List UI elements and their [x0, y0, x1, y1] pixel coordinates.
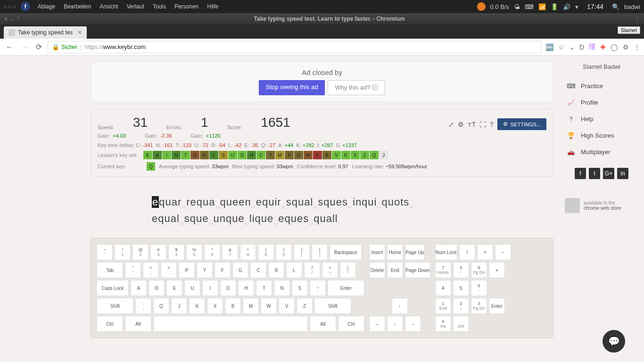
- key[interactable]: {[: [294, 244, 310, 260]
- key[interactable]: J: [171, 298, 187, 314]
- window-menu-icon[interactable]: ⋮: [635, 16, 640, 22]
- ext-circle-icon[interactable]: ◯: [611, 43, 618, 51]
- sidebar-item-high-scores[interactable]: 🏆High Scores: [565, 127, 638, 144]
- key[interactable]: Insert: [369, 244, 385, 260]
- key[interactable]: →: [405, 316, 421, 332]
- key[interactable]: 3Pg Dn: [471, 298, 487, 314]
- key[interactable]: Home: [387, 244, 403, 260]
- menu-tools[interactable]: Tools: [153, 3, 166, 10]
- help-icon[interactable]: ?: [490, 121, 494, 128]
- key[interactable]: −: [495, 244, 511, 260]
- key[interactable]: I: [202, 280, 218, 296]
- key[interactable]: 9Pg Dn: [471, 262, 487, 278]
- key[interactable]: [153, 316, 308, 332]
- key[interactable]: U: [184, 280, 200, 296]
- forward-button[interactable]: →: [19, 41, 30, 53]
- key[interactable]: W: [261, 298, 277, 314]
- key[interactable]: Q: [153, 298, 169, 314]
- menu-personen[interactable]: Personen: [174, 3, 198, 10]
- key[interactable]: "': [125, 262, 141, 278]
- key[interactable]: K: [189, 298, 205, 314]
- key[interactable]: H: [238, 280, 254, 296]
- reload-button[interactable]: ⟳: [34, 41, 44, 53]
- sidebar-item-practice[interactable]: ⌨Practice: [565, 78, 638, 94]
- key[interactable]: ^6: [204, 244, 220, 260]
- key[interactable]: C: [250, 262, 266, 278]
- key[interactable]: $4: [168, 244, 184, 260]
- menu-verlauf[interactable]: Verlauf: [127, 3, 144, 10]
- key[interactable]: Num Lock: [435, 244, 457, 260]
- key[interactable]: Ctrl: [97, 316, 123, 332]
- browser-menu-icon[interactable]: ⋮: [634, 43, 640, 51]
- ext-d-icon[interactable]: D: [579, 43, 584, 51]
- key[interactable]: T: [256, 280, 272, 296]
- key[interactable]: Page Down: [405, 262, 430, 278]
- facebook-icon[interactable]: f: [575, 168, 586, 179]
- key[interactable]: @2: [132, 244, 149, 260]
- key[interactable]: ↓: [387, 316, 403, 332]
- key[interactable]: }]: [312, 244, 328, 260]
- wifi-icon[interactable]: 📶: [538, 3, 546, 10]
- chat-button[interactable]: 💬: [603, 330, 625, 353]
- key[interactable]: N: [274, 280, 290, 296]
- key[interactable]: R: [268, 262, 284, 278]
- key[interactable]: Shift: [314, 298, 351, 314]
- volume-icon[interactable]: 🔊: [563, 3, 570, 10]
- key[interactable]: 7Home: [435, 262, 451, 278]
- key[interactable]: F: [215, 262, 231, 278]
- settings-button[interactable]: ⚙ SETTINGS...: [497, 118, 546, 130]
- dropdown-icon[interactable]: ▾: [575, 3, 578, 10]
- linkedin-icon[interactable]: in: [617, 168, 628, 179]
- notification-icon[interactable]: [477, 2, 486, 11]
- key[interactable]: .Del: [453, 316, 469, 332]
- why-this-ad-button[interactable]: Why this ad? ⓘ: [328, 80, 385, 95]
- key[interactable]: 5: [453, 280, 469, 296]
- key[interactable]: 6→: [471, 280, 487, 296]
- expand-icon[interactable]: ⤢: [448, 121, 454, 128]
- key[interactable]: (9: [258, 244, 274, 260]
- maximize-icon[interactable]: ⌃: [16, 16, 20, 22]
- key[interactable]: Delete: [369, 262, 385, 278]
- fullscreen-icon[interactable]: ⛶: [479, 121, 486, 128]
- user-name[interactable]: Slamet Badwi: [565, 63, 638, 70]
- key[interactable]: |\: [340, 262, 356, 278]
- ext-kanji-icon[interactable]: 理: [589, 43, 595, 51]
- fedora-icon[interactable]: f: [21, 2, 30, 11]
- key[interactable]: Caps Lock: [97, 280, 129, 296]
- key[interactable]: ←: [369, 316, 385, 332]
- key[interactable]: Enter: [328, 280, 364, 296]
- key[interactable]: ~`: [97, 244, 113, 260]
- key[interactable]: 0Ins: [435, 316, 451, 332]
- key[interactable]: Page Up: [405, 244, 424, 260]
- key[interactable]: #3: [150, 244, 166, 260]
- key[interactable]: A: [131, 280, 147, 296]
- clock[interactable]: 17:44: [587, 3, 603, 10]
- key[interactable]: S: [292, 280, 308, 296]
- profile-badge[interactable]: Slamet: [618, 26, 640, 34]
- key[interactable]: &7: [222, 244, 238, 260]
- stop-seeing-ad-button[interactable]: Stop seeing this ad: [259, 80, 325, 95]
- key[interactable]: P: [179, 262, 195, 278]
- key[interactable]: ?/: [304, 262, 320, 278]
- key[interactable]: Tab: [97, 262, 123, 278]
- close-icon[interactable]: ✕: [4, 16, 8, 22]
- sidebar-item-help[interactable]: ?Help: [565, 111, 638, 127]
- key[interactable]: M: [243, 298, 259, 314]
- tray-keyboard-icon[interactable]: ⌨: [525, 3, 534, 10]
- key[interactable]: :;: [135, 298, 151, 314]
- menu-ansicht[interactable]: Ansicht: [99, 3, 118, 10]
- key[interactable]: 8↑: [453, 262, 469, 278]
- key[interactable]: 2↓: [453, 298, 469, 314]
- typing-text[interactable]: equar␣requa␣queen␣equir␣squal␣sques␣inqu…: [91, 184, 553, 238]
- gplus-icon[interactable]: G+: [603, 168, 614, 179]
- key[interactable]: Enter: [489, 298, 505, 314]
- search-icon[interactable]: 🔍: [612, 3, 619, 10]
- key[interactable]: B: [225, 298, 241, 314]
- key[interactable]: V: [279, 298, 295, 314]
- sidebar-item-multiplayer[interactable]: 🚗Multiplayer: [565, 144, 638, 160]
- key[interactable]: Alt: [125, 316, 151, 332]
- key[interactable]: End: [387, 262, 403, 278]
- key[interactable]: L: [286, 262, 302, 278]
- menu-hilfe[interactable]: Hilfe: [207, 3, 218, 10]
- browser-tab[interactable]: Take typing speed tes ✕: [4, 26, 87, 39]
